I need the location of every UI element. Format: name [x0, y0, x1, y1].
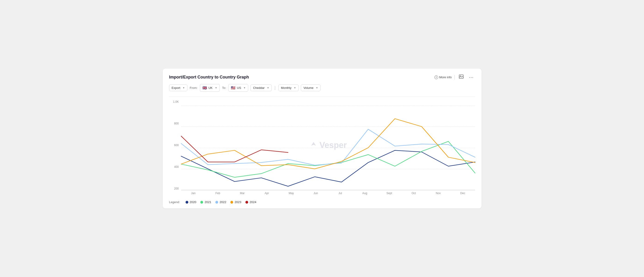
from-arrow: ▼: [215, 87, 217, 89]
x-may: May: [279, 192, 304, 195]
x-axis: Jan Feb Mar Apr May Jun Jul Aug Sept Oct…: [181, 190, 475, 197]
chart-inner: Vesper: [181, 100, 475, 190]
page-title: Import/Export Country to Country Graph: [169, 75, 249, 80]
legend-dot-2022: [215, 201, 218, 204]
product-select[interactable]: Cheddar ▼: [250, 84, 272, 91]
to-country-select[interactable]: 🇺🇸 US ▼: [228, 84, 248, 92]
x-dec: Dec: [450, 192, 475, 195]
x-nov: Nov: [426, 192, 450, 195]
x-oct: Oct: [402, 192, 426, 195]
divider: [454, 75, 455, 80]
type-select[interactable]: Export ▼: [169, 84, 188, 91]
legend-2023: 2023: [230, 200, 241, 204]
image-icon[interactable]: [458, 74, 465, 80]
legend-dot-2021: [200, 201, 203, 204]
filters-bar: Export ▼ From: 🇬🇧 UK ▼ To: 🇺🇸 US ▼ Chedd…: [169, 84, 475, 92]
legend-2022: 2022: [215, 200, 226, 204]
legend-2020: 2020: [186, 200, 196, 204]
x-aug: Aug: [352, 192, 377, 195]
period-arrow: ▼: [294, 87, 296, 89]
legend-label: Legend:: [169, 200, 180, 204]
metric-select[interactable]: Volume ▼: [301, 84, 320, 91]
header: Import/Export Country to Country Graph i…: [169, 74, 475, 80]
header-actions: i More info ···: [434, 74, 475, 80]
legend-year-2023: 2023: [234, 200, 241, 204]
pipe-separator: |: [274, 85, 276, 90]
from-country-select[interactable]: 🇬🇧 UK ▼: [200, 84, 220, 92]
product-arrow: ▼: [267, 87, 269, 89]
legend-year-2020: 2020: [190, 200, 196, 204]
more-info-button[interactable]: i More info: [434, 75, 452, 79]
to-flag: 🇺🇸: [231, 86, 236, 90]
legend-dot-2020: [186, 201, 188, 204]
from-flag: 🇬🇧: [202, 86, 207, 90]
legend-year-2022: 2022: [220, 200, 226, 204]
legend-dot-2024: [246, 201, 248, 204]
x-apr: Apr: [255, 192, 279, 195]
to-arrow: ▼: [243, 87, 246, 89]
y-axis: 1.0K 800 600 400 200: [169, 100, 180, 190]
to-label: To:: [222, 86, 226, 90]
metric-arrow: ▼: [316, 87, 318, 89]
legend-dot-2023: [230, 201, 233, 204]
chart-container: 1.0K 800 600 400 200: [169, 100, 475, 197]
chart-area: 1.0K 800 600 400 200: [169, 100, 475, 197]
x-jan: Jan: [181, 192, 206, 195]
from-label: From:: [190, 86, 198, 90]
y-label-3: 600: [174, 144, 180, 147]
y-label-1: 1.0K: [173, 100, 180, 103]
period-select[interactable]: Monthly ▼: [278, 84, 298, 91]
legend-year-2024: 2024: [250, 200, 256, 204]
more-options-icon[interactable]: ···: [468, 74, 475, 80]
type-select-arrow: ▼: [182, 87, 185, 89]
x-feb: Feb: [206, 192, 230, 195]
legend-year-2021: 2021: [204, 200, 211, 204]
y-label-4: 400: [174, 165, 180, 169]
x-jun: Jun: [304, 192, 328, 195]
x-mar: Mar: [230, 192, 255, 195]
main-card: Import/Export Country to Country Graph i…: [163, 68, 482, 209]
y-label-2: 800: [174, 122, 180, 125]
y-label-5: 200: [174, 187, 180, 190]
separator: [169, 96, 475, 96]
info-icon: i: [434, 75, 438, 79]
legend: Legend: 2020 2021 2022 2023 2024: [169, 200, 475, 204]
svg-point-1: [460, 76, 461, 76]
x-sept: Sept: [377, 192, 402, 195]
legend-2024: 2024: [246, 200, 256, 204]
legend-2021: 2021: [200, 200, 211, 204]
x-jul: Jul: [328, 192, 352, 195]
chart-svg: [181, 100, 475, 190]
